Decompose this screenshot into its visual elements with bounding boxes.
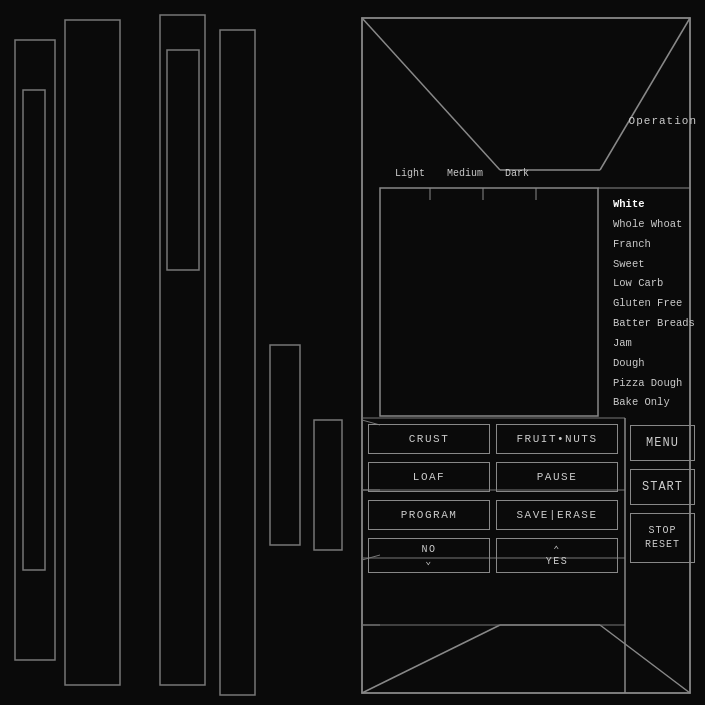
- pause-button[interactable]: PAUSE: [496, 462, 618, 492]
- svg-rect-3: [160, 15, 205, 685]
- save-erase-button[interactable]: SAVE|ERASE: [496, 500, 618, 530]
- program-button[interactable]: PROGRAM: [368, 500, 490, 530]
- menu-item-pizza-dough[interactable]: Pizza Dough: [610, 374, 700, 394]
- action-buttons-container: MENU START STOPRESET: [630, 425, 695, 571]
- fruit-nuts-button[interactable]: FRUIT•NUTS: [496, 424, 618, 454]
- svg-rect-0: [15, 40, 55, 660]
- menu-item-low-carb[interactable]: Low Carb: [610, 274, 700, 294]
- shade-medium: Medium: [447, 168, 483, 179]
- menu-list: White Whole Whoat Franch Sweet Low Carb …: [610, 195, 700, 413]
- svg-line-17: [600, 625, 690, 693]
- button-row-2: LOAF PAUSE: [368, 462, 618, 492]
- button-row-4: NO⌄ ⌃YES: [368, 538, 618, 573]
- menu-item-bake-only[interactable]: Bake Only: [610, 393, 700, 413]
- menu-item-sweet[interactable]: Sweet: [610, 255, 700, 275]
- svg-line-10: [600, 18, 690, 170]
- svg-rect-6: [270, 345, 300, 545]
- menu-item-batter-breads[interactable]: Batter Breads: [610, 314, 700, 334]
- svg-rect-5: [220, 30, 255, 695]
- svg-rect-7: [314, 420, 342, 550]
- buttons-container: CRUST FRUIT•NUTS LOAF PAUSE PROGRAM SAVE…: [368, 424, 618, 581]
- menu-item-white[interactable]: White: [610, 195, 700, 215]
- shade-labels-container: Light Medium Dark: [395, 168, 529, 179]
- shade-light: Light: [395, 168, 425, 179]
- svg-rect-4: [167, 50, 199, 270]
- menu-item-whole-whoat[interactable]: Whole Whoat: [610, 215, 700, 235]
- menu-button[interactable]: MENU: [630, 425, 695, 461]
- menu-item-dough[interactable]: Dough: [610, 354, 700, 374]
- menu-item-jam[interactable]: Jam: [610, 334, 700, 354]
- svg-rect-2: [65, 20, 120, 685]
- menu-item-gluten-free[interactable]: Gluten Free: [610, 294, 700, 314]
- svg-line-16: [362, 625, 500, 693]
- yes-button[interactable]: ⌃YES: [496, 538, 618, 573]
- start-button[interactable]: START: [630, 469, 695, 505]
- crust-button[interactable]: CRUST: [368, 424, 490, 454]
- svg-rect-12: [380, 188, 598, 416]
- svg-rect-1: [23, 90, 45, 570]
- no-button[interactable]: NO⌄: [368, 538, 490, 573]
- button-row-1: CRUST FRUIT•NUTS: [368, 424, 618, 454]
- stop-reset-button[interactable]: STOPRESET: [630, 513, 695, 563]
- button-row-3: PROGRAM SAVE|ERASE: [368, 500, 618, 530]
- loaf-button[interactable]: LOAF: [368, 462, 490, 492]
- menu-item-franch[interactable]: Franch: [610, 235, 700, 255]
- operation-label: Operation: [629, 115, 697, 127]
- svg-line-9: [362, 18, 500, 170]
- shade-dark: Dark: [505, 168, 529, 179]
